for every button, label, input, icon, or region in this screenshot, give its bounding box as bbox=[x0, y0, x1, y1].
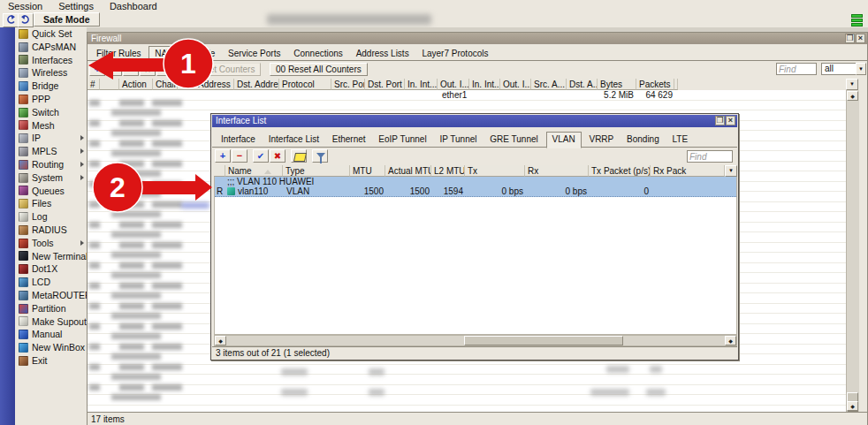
sidebar-item-new-terminal[interactable]: New Terminal bbox=[15, 250, 87, 263]
tab-layer7-protocols[interactable]: Layer7 Protocols bbox=[416, 47, 493, 60]
column-in-interface[interactable]: In. Int... bbox=[405, 79, 438, 90]
menu-session[interactable]: Session bbox=[0, 1, 50, 11]
close-icon[interactable]: × bbox=[856, 34, 865, 43]
sidebar-item-routing[interactable]: Routing bbox=[15, 158, 87, 171]
column-flags[interactable] bbox=[100, 79, 119, 90]
column-packets[interactable]: Packets bbox=[636, 79, 674, 90]
enable-button[interactable]: ✔ bbox=[123, 63, 139, 76]
column-rx[interactable]: Rx bbox=[525, 165, 589, 177]
tab-eoip-tunnel[interactable]: EoIP Tunnel bbox=[373, 133, 431, 146]
tab-service-ports[interactable]: Service Ports bbox=[223, 47, 286, 60]
reset-counters-button[interactable]: 00 Reset Counters bbox=[175, 63, 261, 76]
column-type[interactable]: Type bbox=[283, 165, 350, 177]
menu-dashboard[interactable]: Dashboard bbox=[102, 1, 165, 11]
tab-vlan[interactable]: VLAN bbox=[546, 132, 582, 148]
firewall-find-input[interactable] bbox=[776, 63, 817, 75]
sidebar-item-dot1x[interactable]: Dot1X bbox=[15, 262, 87, 276]
safe-mode-button[interactable]: Safe Mode bbox=[34, 12, 100, 27]
add-button[interactable]: + bbox=[215, 149, 231, 163]
column-mtu[interactable]: MTU bbox=[350, 165, 385, 177]
disable-button[interactable]: ✖ bbox=[140, 63, 156, 76]
column-src-address-list[interactable]: Src. A... bbox=[531, 79, 567, 90]
sidebar-item-lcd[interactable]: LCD bbox=[15, 276, 87, 289]
column-dst-address-list[interactable]: Dst. A... bbox=[567, 79, 598, 90]
maximize-icon[interactable]: ❐ bbox=[845, 34, 855, 43]
comment-button[interactable] bbox=[291, 149, 307, 163]
firewall-filter-scope-select[interactable]: all bbox=[821, 63, 857, 75]
sidebar-item-partition[interactable]: Partition bbox=[15, 302, 87, 315]
chevron-down-icon[interactable]: ▼ bbox=[856, 63, 866, 75]
sidebar-item-mesh[interactable]: Mesh bbox=[15, 119, 87, 133]
add-button[interactable]: + bbox=[89, 63, 105, 76]
column-flags[interactable] bbox=[214, 165, 225, 177]
close-icon[interactable]: × bbox=[726, 116, 735, 125]
column-action[interactable]: Action bbox=[119, 79, 153, 90]
column-chain[interactable]: Chain bbox=[153, 79, 178, 90]
column-actual-mtu[interactable]: Actual MTU bbox=[385, 165, 431, 177]
tab-interface-list[interactable]: Interface List bbox=[263, 133, 324, 146]
remove-button[interactable]: − bbox=[232, 149, 247, 163]
column-picker-icon[interactable]: ▼ bbox=[846, 79, 858, 90]
sidebar-item-tools[interactable]: Tools bbox=[15, 237, 87, 250]
column-out-interface-list[interactable]: Out. I... bbox=[500, 79, 531, 90]
sidebar-item-radius[interactable]: RADIUS bbox=[15, 224, 87, 237]
column-protocol[interactable]: Protocol bbox=[279, 79, 331, 90]
scroll-left-icon[interactable]: ◆ bbox=[215, 336, 226, 345]
interface-table[interactable]: ;;; VLAN 110 HUAWEI R vlan110 VLAN 1500 … bbox=[214, 177, 737, 335]
sidebar-item-ppp[interactable]: PPP bbox=[15, 93, 87, 106]
tab-address-lists[interactable]: Address Lists bbox=[351, 47, 415, 60]
scroll-up-icon[interactable]: ◆ bbox=[847, 91, 858, 101]
sidebar-item-metarouter[interactable]: MetaROUTER bbox=[15, 289, 87, 302]
tab-vrrp[interactable]: VRRP bbox=[583, 133, 619, 146]
tab-connections[interactable]: Connections bbox=[288, 47, 348, 60]
scrollbar-thumb[interactable] bbox=[464, 336, 623, 345]
column-name[interactable]: Name bbox=[225, 165, 283, 177]
filter-button[interactable] bbox=[312, 149, 328, 163]
vertical-scrollbar[interactable]: ◆ ◆ bbox=[846, 90, 859, 412]
column-l2-mtu[interactable]: L2 MTU bbox=[431, 165, 465, 177]
tab-bonding[interactable]: Bonding bbox=[621, 133, 665, 146]
column-number[interactable]: # bbox=[88, 79, 100, 90]
column-tx[interactable]: Tx bbox=[465, 165, 525, 177]
sidebar-item-system[interactable]: System bbox=[15, 171, 87, 185]
sidebar-item-log[interactable]: Log bbox=[15, 210, 87, 224]
column-src-address[interactable]: Src. Address bbox=[178, 79, 234, 90]
table-row-vlan110[interactable]: R vlan110 VLAN 1500 1500 1594 0 bps 0 bp… bbox=[215, 186, 736, 197]
tab-mangle[interactable]: Mangle bbox=[180, 47, 220, 60]
sidebar-item-new-winbox[interactable]: New WinBox bbox=[15, 341, 87, 354]
redo-button[interactable] bbox=[18, 13, 34, 27]
table-row[interactable]: ether1 5.2 MiB 64 629 bbox=[88, 90, 846, 100]
sidebar-item-make-supout[interactable]: Make Supout.rif bbox=[15, 315, 87, 329]
dialog-find-input[interactable] bbox=[687, 150, 733, 163]
enable-button[interactable]: ✔ bbox=[253, 149, 269, 163]
horizontal-scrollbar[interactable]: ◆ ◆ bbox=[214, 335, 737, 346]
menu-settings[interactable]: Settings bbox=[50, 1, 102, 11]
column-dst-address[interactable]: Dst. Address bbox=[234, 79, 279, 90]
sidebar-item-interfaces[interactable]: Interfaces bbox=[15, 54, 87, 67]
reset-all-counters-button[interactable]: 00 Reset All Counters bbox=[270, 63, 368, 76]
tab-interface[interactable]: Interface bbox=[216, 133, 261, 146]
tab-filter-rules[interactable]: Filter Rules bbox=[91, 47, 147, 60]
sidebar-item-quick-set[interactable]: Quick Set bbox=[15, 27, 87, 41]
remove-button[interactable]: − bbox=[106, 63, 122, 76]
disable-button[interactable]: ✖ bbox=[270, 149, 286, 163]
maximize-icon[interactable]: ❐ bbox=[715, 116, 725, 125]
sidebar-item-files[interactable]: Files bbox=[15, 197, 87, 210]
sidebar-item-capsman[interactable]: CAPsMAN bbox=[15, 41, 87, 54]
scroll-down-icon[interactable]: ◆ bbox=[847, 401, 858, 411]
column-tx-packet[interactable]: Tx Packet (p/s) bbox=[589, 165, 651, 177]
column-src-port[interactable]: Src. Port bbox=[331, 79, 365, 90]
sidebar-item-switch[interactable]: Switch bbox=[15, 106, 87, 119]
sidebar-item-exit[interactable]: Exit bbox=[15, 354, 87, 368]
sidebar-item-bridge[interactable]: Bridge bbox=[15, 80, 87, 93]
column-bytes[interactable]: Bytes bbox=[598, 79, 636, 90]
tab-ethernet[interactable]: Ethernet bbox=[327, 133, 371, 146]
scroll-right-icon[interactable]: ◆ bbox=[725, 336, 736, 345]
sidebar-item-wireless[interactable]: Wireless bbox=[15, 66, 87, 80]
column-rx-packet[interactable]: Rx Pack bbox=[651, 165, 725, 177]
tab-gre-tunnel[interactable]: GRE Tunnel bbox=[484, 133, 543, 146]
column-dst-port[interactable]: Dst. Port bbox=[365, 79, 405, 90]
undo-button[interactable] bbox=[3, 13, 19, 27]
column-picker-icon[interactable]: ▼ bbox=[725, 165, 737, 177]
sidebar-item-queues[interactable]: Queues bbox=[15, 185, 87, 198]
